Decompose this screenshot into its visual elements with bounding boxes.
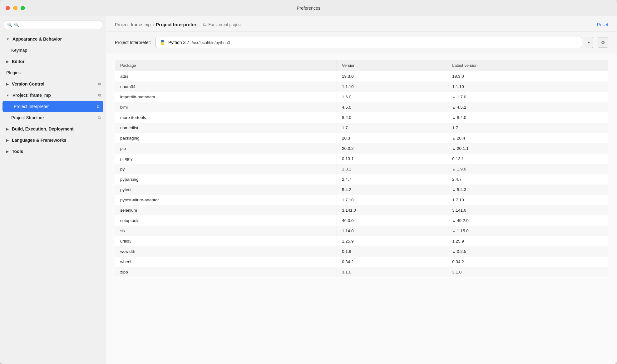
latest-version-value: 49.2.0 [457,218,469,223]
package-version: 1.1.10 [337,81,447,92]
package-name: setuptools [115,215,337,226]
package-version: 1.7.10 [337,195,447,205]
minimize-button[interactable] [13,6,17,10]
sidebar-item-project-structure[interactable]: Project Structure ⧉ [0,112,106,123]
sidebar-item-tools[interactable]: ▶ Tools [0,146,106,157]
sidebar-item-project[interactable]: ▼ Project: frame_mp ⧉ [0,90,106,101]
upgrade-arrow-icon: ▲ [452,219,456,223]
package-table-container: Package Version Latest version attrs19.3… [106,53,617,364]
chevron-right-icon: ▶ [6,150,9,153]
sidebar-item-label: Keymap [11,48,27,53]
sidebar-item-version-control[interactable]: ▶ Version Control ⧉ [0,78,106,90]
table-row[interactable]: importlib-metadata1.6.0▲1.7.0 [115,92,608,102]
package-name: pytest [115,184,337,195]
table-row[interactable]: wcwidth0.1.9▲0.2.5 [115,246,608,257]
package-latest-version: ▲1.7.0 [447,92,608,102]
latest-version-value: 0.2.5 [457,249,466,254]
preferences-window: Preferences 🔍 ▼ Appearance & Behavior Ke… [0,0,617,364]
breadcrumb: Project: frame_mp › Project Interpreter [115,22,196,27]
package-latest-version: ▲8.4.0 [447,112,608,123]
package-latest-version: 1.7 [447,123,608,133]
latest-version-value: 8.4.0 [457,115,466,120]
table-row[interactable]: six1.14.0▲1.15.0 [115,226,608,236]
sidebar-item-label: Version Control [12,81,44,86]
sidebar-item-plugins[interactable]: Plugins [0,67,106,78]
table-row[interactable]: wheel0.34.20.34.2 [115,257,608,267]
table-row[interactable]: zipp3.1.03.1.0 [115,267,608,278]
package-version: 19.3.0 [337,71,447,82]
package-name: importlib-metadata [115,92,337,102]
package-name: pip [115,143,337,154]
copy-icon: ⧉ [97,104,100,109]
table-row[interactable]: selenium3.141.03.141.0 [115,205,608,215]
table-row[interactable]: pip20.0.2▲20.1.1 [115,143,608,154]
breadcrumb-parent: Project: frame_mp [115,22,151,27]
interpreter-select-field[interactable]: Python 3.7 /usr/local/bin/python3 [155,37,582,48]
table-row[interactable]: enum341.1.101.1.10 [115,81,608,92]
upgrade-arrow-icon: ▲ [452,188,456,192]
package-version: 8.2.0 [337,112,447,123]
package-name: six [115,226,337,236]
python-icon [159,39,166,46]
table-row[interactable]: urllib31.25.91.25.9 [115,236,608,246]
package-latest-version: ▲20.4 [447,133,608,143]
python-version: Python 3.7 [168,40,189,45]
latest-version-value: 1.15.0 [457,229,469,233]
sidebar-item-label: Project Interpreter [14,104,49,109]
table-row[interactable]: namedlist1.71.7 [115,123,608,133]
interpreter-dropdown-button[interactable]: ▾ [585,37,593,48]
package-version: 46.0.0 [337,215,447,226]
package-latest-version: ▲5.4.3 [447,184,608,195]
sidebar-item-project-interpreter[interactable]: Project Interpreter ⧉ [2,101,103,112]
package-latest-version: 1.25.9 [447,236,608,246]
package-latest-version: ▲4.5.2 [447,102,608,112]
sidebar-item-appearance[interactable]: ▼ Appearance & Behavior [0,33,106,45]
package-name: pyparsing [115,174,337,184]
col-version: Version [337,60,447,71]
table-row[interactable]: pluggy0.13.10.13.1 [115,154,608,164]
table-row[interactable]: pytest5.4.2▲5.4.3 [115,184,608,195]
table-row[interactable]: pyparsing2.4.72.4.7 [115,174,608,184]
upgrade-arrow-icon: ▲ [452,116,456,120]
package-name: selenium [115,205,337,215]
table-row[interactable]: lxml4.5.0▲4.5.2 [115,102,608,112]
table-body: attrs19.3.019.3.0enum341.1.101.1.10impor… [115,71,608,278]
table-row[interactable]: packaging20.3▲20.4 [115,133,608,143]
search-box[interactable]: 🔍 [4,21,102,29]
for-current-project: 🗂 For current project [203,22,241,27]
package-latest-version: 3.1.0 [447,267,608,278]
interpreter-settings-button[interactable]: ⚙ [598,37,608,48]
latest-version-value: 20.1.1 [457,146,469,151]
svg-point-1 [161,42,164,45]
package-version: 0.34.2 [337,257,447,267]
package-latest-version: 0.13.1 [447,154,608,164]
package-version: 20.0.2 [337,143,447,154]
interpreter-label: Project Interpreter: [115,40,151,45]
for-current-label: For current project [208,22,241,27]
sidebar-item-editor[interactable]: ▶ Editor [0,56,106,67]
package-latest-version: ▲1.9.0 [447,164,608,174]
search-input[interactable] [14,22,99,27]
package-latest-version: 19.3.0 [447,71,608,82]
table-header-row: Package Version Latest version [115,60,608,71]
sidebar-item-label: Editor [12,59,24,64]
reset-button[interactable]: Reset [597,22,608,27]
sidebar-item-languages[interactable]: ▶ Languages & Frameworks [0,135,106,146]
table-row[interactable]: py1.8.1▲1.9.0 [115,164,608,174]
sidebar-item-label: Project: frame_mp [12,93,51,98]
maximize-button[interactable] [21,6,25,10]
table-row[interactable]: more-itertools8.2.0▲8.4.0 [115,112,608,123]
latest-version-value: 4.5.2 [457,105,466,110]
chevron-down-icon: ▼ [6,94,9,97]
table-row[interactable]: pytest-allure-adaptor1.7.101.7.10 [115,195,608,205]
package-name: pluggy [115,154,337,164]
sidebar-item-keymap[interactable]: Keymap [0,45,106,56]
table-row[interactable]: setuptools46.0.0▲49.2.0 [115,215,608,226]
package-version: 20.3 [337,133,447,143]
table-row[interactable]: attrs19.3.019.3.0 [115,71,608,82]
chevron-right-icon: ▶ [6,127,9,131]
upgrade-arrow-icon: ▲ [452,147,456,150]
close-button[interactable] [6,6,10,10]
package-version: 1.6.0 [337,92,447,102]
sidebar-item-build[interactable]: ▶ Build, Execution, Deployment [0,123,106,135]
